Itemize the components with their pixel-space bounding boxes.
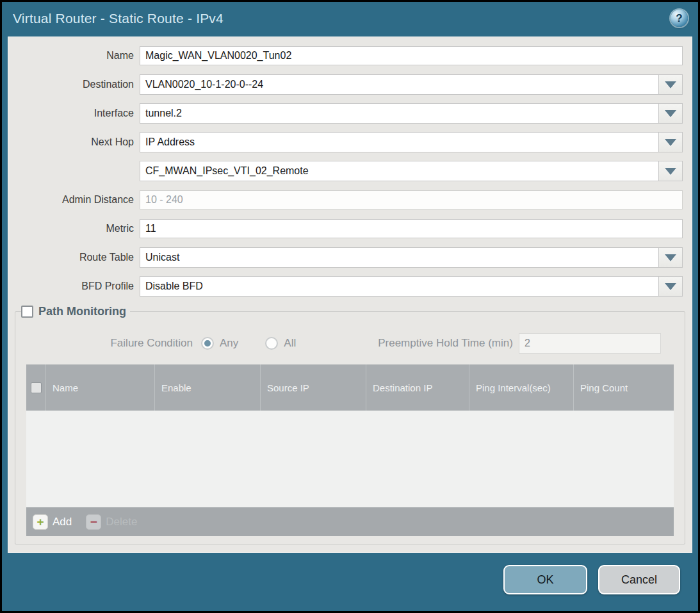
- destination-label: Destination: [8, 79, 140, 90]
- route-table-value[interactable]: Unicast: [140, 247, 659, 268]
- path-monitoring-section: Path Monitoring Failure Condition Any Al…: [15, 305, 685, 544]
- failure-condition-all-radio[interactable]: [265, 337, 278, 350]
- route-table-label: Route Table: [8, 252, 140, 263]
- dialog-footer: OK Cancel: [2, 555, 698, 611]
- interface-row: Interface tunnel.2: [8, 103, 683, 124]
- titlebar: Virtual Router - Static Route - IPv4 ?: [2, 2, 698, 35]
- destination-row: Destination VLAN0020_10-1-20-0--24: [8, 74, 683, 95]
- next-hop-row: Next Hop IP Address: [8, 132, 683, 152]
- select-all-checkbox[interactable]: [31, 382, 42, 393]
- route-table-row: Route Table Unicast: [8, 247, 683, 268]
- delete-button-label: Delete: [106, 516, 137, 528]
- column-header-destination-ip[interactable]: Destination IP: [366, 364, 469, 411]
- metric-row: Metric: [8, 218, 683, 239]
- column-header-name[interactable]: Name: [45, 364, 154, 411]
- bfd-profile-dropdown-button[interactable]: [659, 276, 683, 297]
- delete-button[interactable]: − Delete: [86, 514, 137, 530]
- delete-minus-icon: −: [86, 514, 101, 530]
- destination-select[interactable]: VLAN0020_10-1-20-0--24: [140, 74, 683, 95]
- dialog-title: Virtual Router - Static Route - IPv4: [2, 11, 224, 26]
- destination-value[interactable]: VLAN0020_10-1-20-0--24: [140, 74, 659, 95]
- cancel-button[interactable]: Cancel: [598, 565, 680, 594]
- admin-distance-row: Admin Distance: [8, 190, 683, 210]
- name-row: Name: [8, 45, 683, 66]
- next-hop-type-select[interactable]: IP Address: [140, 132, 683, 152]
- chevron-down-icon: [665, 254, 676, 261]
- help-icon[interactable]: ?: [671, 10, 688, 27]
- bfd-profile-select[interactable]: Disable BFD: [140, 276, 683, 297]
- metric-input[interactable]: [140, 219, 683, 238]
- failure-condition-any-radio[interactable]: [201, 337, 214, 350]
- next-hop-address-dropdown-button[interactable]: [659, 161, 683, 181]
- name-input[interactable]: [140, 46, 683, 65]
- next-hop-label: Next Hop: [8, 136, 140, 148]
- chevron-down-icon: [665, 139, 676, 146]
- admin-distance-label: Admin Distance: [8, 194, 140, 206]
- column-header-ping-count[interactable]: Ping Count: [573, 364, 674, 411]
- next-hop-address-row: CF_MWAN_IPsec_VTI_02_Remote: [8, 161, 683, 181]
- admin-distance-input[interactable]: [140, 190, 683, 209]
- table-body-empty: [26, 411, 674, 507]
- bfd-profile-label: BFD Profile: [8, 281, 140, 292]
- failure-condition-all-label: All: [284, 337, 296, 350]
- table-header: Name Enable Source IP Destination IP Pin…: [26, 364, 674, 411]
- path-monitoring-legend: Path Monitoring: [21, 305, 130, 318]
- route-table-dropdown-button[interactable]: [659, 247, 683, 268]
- interface-dropdown-button[interactable]: [659, 103, 683, 124]
- chevron-down-icon: [665, 81, 676, 88]
- destination-dropdown-button[interactable]: [659, 74, 683, 95]
- path-monitoring-table: Name Enable Source IP Destination IP Pin…: [26, 364, 674, 536]
- next-hop-type-dropdown-button[interactable]: [659, 132, 683, 152]
- dialog-window: Virtual Router - Static Route - IPv4 ? N…: [2, 2, 698, 611]
- failure-condition-label: Failure Condition: [21, 337, 193, 350]
- path-monitoring-label: Path Monitoring: [38, 305, 126, 318]
- chevron-down-icon: [665, 168, 676, 175]
- route-table-select[interactable]: Unicast: [140, 247, 683, 268]
- ok-button[interactable]: OK: [503, 565, 587, 594]
- name-label: Name: [8, 50, 140, 61]
- failure-condition-row: Failure Condition Any All Preemptive Hol…: [21, 332, 679, 354]
- add-button[interactable]: + Add: [33, 514, 72, 530]
- add-button-label: Add: [53, 516, 72, 528]
- column-header-source-ip[interactable]: Source IP: [260, 364, 366, 411]
- add-plus-icon: +: [33, 514, 48, 530]
- chevron-down-icon: [665, 283, 676, 290]
- next-hop-address-select[interactable]: CF_MWAN_IPsec_VTI_02_Remote: [140, 161, 683, 181]
- radio-dot: [204, 340, 211, 347]
- path-monitoring-checkbox[interactable]: [21, 306, 33, 318]
- interface-label: Interface: [8, 108, 140, 119]
- preemptive-hold-time-input[interactable]: [519, 333, 661, 354]
- chevron-down-icon: [665, 110, 676, 117]
- interface-value[interactable]: tunnel.2: [140, 103, 659, 124]
- bfd-profile-row: BFD Profile Disable BFD: [8, 276, 683, 297]
- bfd-profile-value[interactable]: Disable BFD: [140, 276, 659, 297]
- select-all-cell: [26, 364, 45, 411]
- failure-condition-any-label: Any: [220, 337, 238, 350]
- form-panel: Name Destination VLAN0020_10-1-20-0--24 …: [8, 37, 692, 553]
- next-hop-type-value[interactable]: IP Address: [140, 132, 659, 152]
- column-header-ping-interval[interactable]: Ping Interval(sec): [469, 364, 573, 411]
- metric-label: Metric: [8, 223, 140, 234]
- next-hop-address-value[interactable]: CF_MWAN_IPsec_VTI_02_Remote: [140, 161, 659, 181]
- interface-select[interactable]: tunnel.2: [140, 103, 683, 124]
- preemptive-hold-time-label: Preemptive Hold Time (min): [378, 337, 513, 350]
- column-header-enable[interactable]: Enable: [154, 364, 260, 411]
- table-toolbar: + Add − Delete: [26, 507, 674, 536]
